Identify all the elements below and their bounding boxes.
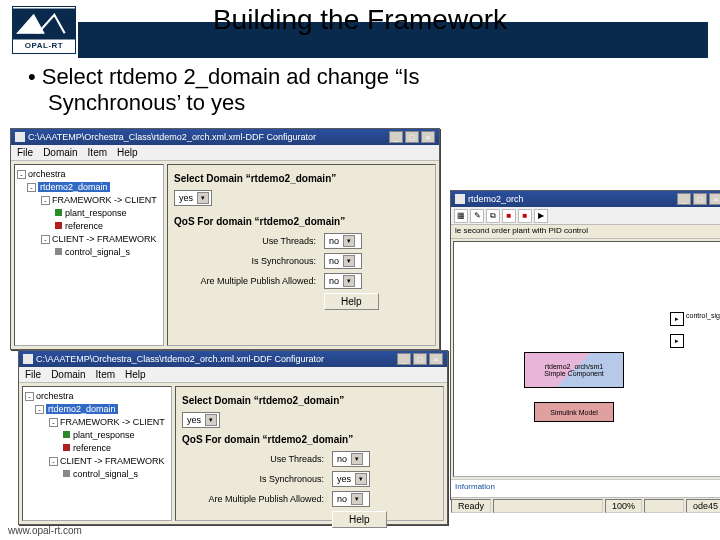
status-percent: 100% (605, 499, 642, 513)
tree-root[interactable]: orchestra (36, 391, 74, 401)
menu-domain[interactable]: Domain (51, 369, 85, 380)
menu-domain[interactable]: Domain (43, 147, 77, 158)
is-synchronous-select[interactable]: no▾ (324, 253, 362, 269)
expand-icon[interactable]: - (25, 392, 34, 401)
menu-file[interactable]: File (17, 147, 33, 158)
model-block[interactable]: Simulink Model (534, 402, 614, 422)
component-block[interactable]: rtdemo2_orch/sm1 Simple Component (524, 352, 624, 388)
tree-leaf[interactable]: control_signal_s (65, 247, 130, 257)
chevron-down-icon: ▾ (343, 255, 355, 267)
item-icon (63, 444, 70, 451)
tree-node[interactable]: FRAMEWORK -> CLIENT (52, 195, 157, 205)
help-button[interactable]: Help (332, 511, 387, 528)
menubar: File Domain Item Help (19, 367, 447, 383)
window-title: C:\AAATEMP\Orchestra_Class\rtdemo2_orch.… (28, 132, 389, 142)
tree-leaf[interactable]: control_signal_s (73, 469, 138, 479)
chevron-down-icon: ▾ (343, 235, 355, 247)
menu-file[interactable]: File (25, 369, 41, 380)
toolbar-button[interactable]: ■ (518, 209, 532, 223)
label-use-threads: Use Threads: (182, 454, 332, 464)
maximize-button[interactable]: □ (405, 131, 419, 143)
tree-leaf[interactable]: plant_response (73, 430, 135, 440)
tree-leaf[interactable]: plant_response (65, 208, 127, 218)
status-solver: ode45 (686, 499, 720, 513)
pane-heading: Select Domain “rtdemo2_domain” (182, 395, 437, 406)
expand-icon[interactable]: - (41, 196, 50, 205)
block-label: rtdemo2_orch/sm1 (545, 363, 603, 370)
use-threads-select[interactable]: no▾ (324, 233, 362, 249)
domain-select[interactable]: yes▾ (182, 412, 220, 428)
minimize-button[interactable]: _ (397, 353, 411, 365)
multi-publish-select[interactable]: no▾ (324, 273, 362, 289)
window-title: C:\AAATEMP\Orchestra_Class\rtdemo2_orch.… (36, 354, 397, 364)
label-multi-publish: Are Multiple Publish Allowed: (182, 494, 332, 504)
expand-icon[interactable]: - (49, 457, 58, 466)
logo-text: OPAL-RT (13, 41, 75, 50)
tree-node[interactable]: FRAMEWORK -> CLIENT (60, 417, 165, 427)
tree-leaf[interactable]: reference (65, 221, 103, 231)
window-titlebar[interactable]: rtdemo2_orch _ □ × (451, 191, 720, 207)
window-titlebar[interactable]: C:\AAATEMP\Orchestra_Class\rtdemo2_orch.… (11, 129, 439, 145)
menu-item[interactable]: Item (96, 369, 115, 380)
window-titlebar[interactable]: C:\AAATEMP\Orchestra_Class\rtdemo2_orch.… (19, 351, 447, 367)
menu-item[interactable]: Item (88, 147, 107, 158)
toolbar-button[interactable]: ▦ (454, 209, 468, 223)
expand-icon[interactable]: - (41, 235, 50, 244)
inport-block[interactable]: ▸ (670, 312, 684, 326)
expand-icon[interactable]: - (49, 418, 58, 427)
item-icon (55, 209, 62, 216)
tree-leaf[interactable]: reference (73, 443, 111, 453)
label-is-synchronous: Is Synchronous: (174, 256, 324, 266)
close-button[interactable]: × (421, 131, 435, 143)
properties-pane: Select Domain “rtdemo2_domain” yes▾ QoS … (175, 386, 444, 521)
help-button[interactable]: Help (324, 293, 379, 310)
domain-select[interactable]: yes▾ (174, 190, 212, 206)
tree-selected[interactable]: rtdemo2_domain (38, 182, 110, 192)
slide-title: Building the Framework (0, 4, 720, 36)
chevron-down-icon: ▾ (351, 493, 363, 505)
tree-panel: -orchestra -rtdemo2_domain -FRAMEWORK ->… (14, 164, 164, 346)
menubar: File Domain Item Help (11, 145, 439, 161)
label-multi-publish: Are Multiple Publish Allowed: (174, 276, 324, 286)
close-button[interactable]: × (709, 193, 720, 205)
sim-info: Information (451, 479, 720, 497)
outport-block[interactable]: ▸ (670, 334, 684, 348)
expand-icon[interactable]: - (17, 170, 26, 179)
maximize-button[interactable]: □ (693, 193, 707, 205)
app-icon (455, 194, 465, 204)
multi-publish-select[interactable]: no▾ (332, 491, 370, 507)
toolbar-button[interactable]: ■ (502, 209, 516, 223)
item-icon (63, 470, 70, 477)
expand-icon[interactable]: - (35, 405, 44, 414)
statusbar: Ready 100% ode45 (451, 497, 720, 513)
block-label: Simple Component (544, 370, 604, 377)
sim-canvas[interactable]: rtdemo2_orch/sm1 Simple Component Simuli… (453, 241, 720, 477)
configurator-window-2: C:\AAATEMP\Orchestra_Class\rtdemo2_orch.… (18, 350, 448, 525)
menu-help[interactable]: Help (125, 369, 146, 380)
block-label: Simulink Model (550, 409, 597, 416)
tree-selected[interactable]: rtdemo2_domain (46, 404, 118, 414)
tree-node[interactable]: CLIENT -> FRAMEWORK (52, 234, 157, 244)
toolbar-button[interactable]: ⧉ (486, 209, 500, 223)
tree-node[interactable]: CLIENT -> FRAMEWORK (60, 456, 165, 466)
toolbar-button[interactable]: ✎ (470, 209, 484, 223)
footer-url: www.opal-rt.com (8, 525, 82, 536)
close-button[interactable]: × (429, 353, 443, 365)
bullet-line2: Synchronous’ to yes (28, 90, 700, 116)
minimize-button[interactable]: _ (389, 131, 403, 143)
qos-heading: QoS For domain “rtdemo2_domain” (174, 216, 429, 227)
use-threads-select[interactable]: no▾ (332, 451, 370, 467)
app-icon (15, 132, 25, 142)
chevron-down-icon: ▾ (355, 473, 367, 485)
sim-toolbar: ▦ ✎ ⧉ ■ ■ ▶ (451, 207, 720, 225)
expand-icon[interactable]: - (27, 183, 36, 192)
item-icon (63, 431, 70, 438)
tree-root[interactable]: orchestra (28, 169, 66, 179)
toolbar-button[interactable]: ▶ (534, 209, 548, 223)
minimize-button[interactable]: _ (677, 193, 691, 205)
bullet-text: •Select rtdemo 2_domain ad change “Is Sy… (28, 64, 700, 117)
qos-heading: QoS For domain “rtdemo2_domain” (182, 434, 437, 445)
maximize-button[interactable]: □ (413, 353, 427, 365)
is-synchronous-select[interactable]: yes▾ (332, 471, 370, 487)
menu-help[interactable]: Help (117, 147, 138, 158)
